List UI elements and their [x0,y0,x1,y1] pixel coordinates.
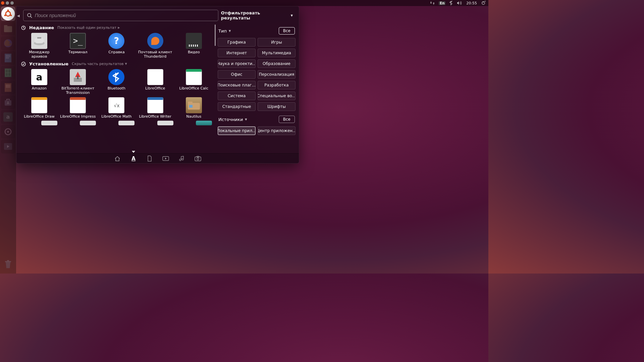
dash-lensbar: A [16,153,299,163]
power-icon[interactable] [481,1,486,5]
filter-type-option[interactable]: Игры [258,38,296,47]
svg-text:a: a [6,114,10,120]
svg-rect-33 [35,38,44,43]
app-partial[interactable] [176,121,212,125]
filter-type-option[interactable]: Стандартные [218,102,256,111]
app-label: LibreOffice Writer [139,115,171,119]
app-почтовый-клиент-thunderbird[interactable]: Почтовый клиент Thunderbird [137,33,173,59]
filter-sources-option[interactable]: Локальные прил… [218,126,256,135]
filter-type-option[interactable]: Шрифты [258,102,296,111]
lens-photos[interactable] [194,154,202,163]
svg-rect-6 [4,26,12,32]
results-scrollbar[interactable] [215,24,216,46]
svg-rect-41 [188,102,193,104]
launcher-files[interactable] [1,21,15,36]
filter-type-option[interactable]: Персонализация [258,70,296,79]
app-label: LibreOffice Impress [60,115,96,119]
app-partial[interactable] [21,121,57,125]
app-видео[interactable]: Видео [176,33,212,59]
window-minimize-button[interactable] [6,1,9,5]
launcher: A a [0,6,16,274]
network-icon[interactable] [430,1,435,5]
lens-files[interactable] [145,154,154,163]
app-libreoffice-calc[interactable]: LibreOffice Calc [176,69,212,95]
clock[interactable]: 20:55 [466,1,477,5]
app-icon-graphic: >_ [70,33,86,49]
filter-type-option[interactable]: Поисковые плаг… [218,81,256,89]
app-справка[interactable]: ?Справка [98,33,135,59]
svg-text:√x: √x [114,103,120,108]
recent-title: Недавние [29,25,54,30]
app-icon-graphic [186,33,202,49]
lens-music[interactable] [177,154,186,163]
dash-back-button[interactable]: ◂ [16,12,20,19]
filter-type-option[interactable]: Офис [218,70,256,79]
app-терминал[interactable]: >_Терминал [60,33,96,59]
recent-hint-label: Показать ещё один результат [57,25,116,30]
app-bittorrent-клиент-transmission[interactable]: BitTorrent-клиент Transmission [60,69,96,95]
app-libreoffice-impress[interactable]: LibreOffice Impress [60,97,96,119]
installed-grid-overflow [20,121,216,127]
launcher-dash[interactable] [1,7,15,21]
launcher-calc[interactable] [1,66,15,80]
app-nautilus[interactable]: Nautilus [176,97,212,119]
app-libreoffice-math[interactable]: √xLibreOffice Math [98,97,135,119]
app-partial[interactable] [60,121,96,125]
svg-point-4 [4,15,6,16]
app-icon-graphic [147,97,163,113]
launcher-trash[interactable] [1,257,15,272]
app-менеджер-архивов[interactable]: Менеджер архивов [21,33,57,59]
filter-type-option[interactable]: Система [218,92,256,100]
language-indicator[interactable]: En [439,1,445,5]
launcher-settings[interactable] [1,125,15,139]
app-partial[interactable] [98,121,135,125]
lens-home[interactable] [113,154,122,163]
recent-expand[interactable]: Показать ещё один результат ▶ [57,25,120,30]
recent-grid: Менеджер архивов>_Терминал?СправкаПочтов… [20,32,216,61]
filter-type-option[interactable]: Разработка [258,81,296,89]
launcher-software[interactable]: A [1,95,15,109]
launcher-impress[interactable] [1,80,15,95]
filter-type-all[interactable]: Все [279,27,295,35]
filter-type-label[interactable]: Тип▼ [218,28,231,34]
launcher-videos[interactable] [1,139,15,154]
svg-rect-10 [6,55,10,56]
filter-type-option[interactable]: Специальные во… [258,92,296,100]
app-libreoffice[interactable]: LibreOffice [137,69,173,95]
window-close-button[interactable] [1,1,4,5]
app-libreoffice-draw[interactable]: LibreOffice Draw [21,97,57,119]
app-amazon[interactable]: aAmazon [21,69,57,95]
launcher-firefox[interactable] [1,36,15,50]
filter-type-option[interactable]: Образование [258,59,296,68]
filter-sources-all[interactable]: Все [279,116,295,123]
app-label: Справка [108,50,124,55]
window-maximize-button[interactable] [10,1,14,5]
launcher-amazon[interactable]: a [1,110,15,124]
filter-toggle[interactable]: Отфильтровать результаты ▼ [221,10,295,20]
installed-collapse[interactable]: Скрыть часть результатов ▼ [72,62,127,66]
filter-type-option[interactable]: Наука и проекти… [218,59,256,68]
filter-type-option[interactable]: Мультимедиа [258,49,296,57]
bluetooth-icon[interactable] [449,1,453,5]
filter-type-option[interactable]: Интернет [218,49,256,57]
svg-rect-7 [4,25,7,27]
lens-videos[interactable] [161,154,170,163]
svg-text:A: A [131,156,136,162]
filter-type-option[interactable]: Графика [218,38,256,47]
app-label: Nautilus [186,115,201,119]
app-bluetooth[interactable]: Bluetooth [98,69,135,95]
launcher-writer[interactable] [1,51,15,65]
installed-hint-label: Скрыть часть результатов [72,62,123,66]
app-partial[interactable] [137,121,173,125]
app-libreoffice-writer[interactable]: LibreOffice Writer [137,97,173,119]
app-icon-graphic: ? [108,33,124,49]
dash-search-input[interactable] [35,13,215,18]
lens-applications[interactable]: A [129,154,138,163]
app-label: Почтовый клиент Thunderbird [137,50,173,59]
chevron-down-icon: ▼ [245,118,247,121]
app-icon-graphic [186,97,202,113]
filter-sources-label[interactable]: Источники▼ [218,117,247,122]
volume-icon[interactable] [457,1,462,5]
dash-search-box[interactable] [23,10,218,21]
filter-sources-option[interactable]: Центр приложен… [258,126,296,135]
